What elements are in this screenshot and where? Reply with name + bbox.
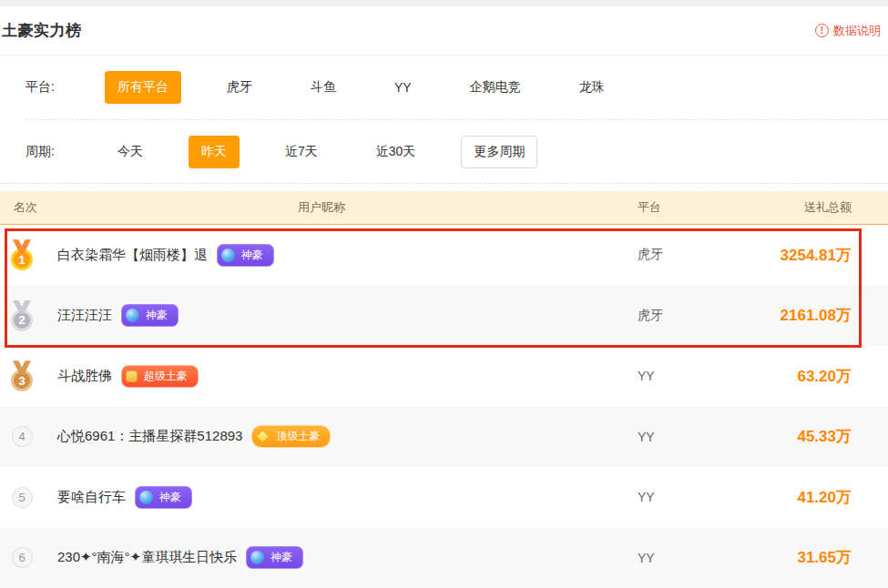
rank-number: 6 <box>12 547 33 568</box>
filter-options: 今天昨天近7天近30天更多周期 <box>105 136 537 168</box>
user-badge: 神豪 <box>246 546 303 569</box>
filter-option[interactable]: 虎牙 <box>214 71 265 104</box>
rank-cell: 6 <box>0 547 44 568</box>
user-badge: 神豪 <box>135 486 192 509</box>
user-badge: 顶级土豪 <box>251 425 331 448</box>
filter-option[interactable]: 更多周期 <box>461 136 537 168</box>
page-top-strip <box>0 0 888 6</box>
user-cell: 斗战胜佛 超级土豪 <box>44 365 599 388</box>
username: 白衣染霜华【烟雨楼】退 <box>57 247 208 264</box>
header-platform: 平台 <box>599 199 718 216</box>
badge-label: 神豪 <box>241 248 263 263</box>
rank-number: 5 <box>12 487 33 508</box>
rank-number: 4 <box>12 426 33 447</box>
header-rank: 名次 <box>0 199 44 216</box>
rank-cell: 1 <box>0 239 44 270</box>
gold-brick-icon <box>126 370 138 382</box>
filter-option[interactable]: 所有平台 <box>105 71 181 104</box>
user-cell: 心悦6961：主播星探群512893 顶级土豪 <box>44 425 599 448</box>
gift-amount: 31.65万 <box>718 547 888 568</box>
badge-label: 顶级土豪 <box>276 429 320 444</box>
filter-option[interactable]: 昨天 <box>189 136 240 168</box>
badge-label: 神豪 <box>146 308 168 323</box>
page-title: 土豪实力榜 <box>2 20 82 41</box>
gem-icon <box>221 248 235 262</box>
rank-cell: 3 <box>0 360 44 391</box>
table-header-row: 名次 用户昵称 平台 送礼总额 <box>0 191 888 225</box>
filter-option[interactable]: 龙珠 <box>566 71 618 104</box>
platform: YY <box>599 430 718 444</box>
username: 要啥自行车 <box>57 489 126 506</box>
badge-label: 神豪 <box>159 490 181 505</box>
rank-medal-icon: 2 <box>7 300 36 331</box>
data-note-link[interactable]: ! 数据说明 <box>815 23 881 39</box>
gift-amount: 2161.08万 <box>718 305 888 326</box>
user-cell: 白衣染霜华【烟雨楼】退 神豪 <box>44 244 599 267</box>
rank-cell: 2 <box>0 300 44 331</box>
leaderboard-table: 名次 用户昵称 平台 送礼总额 1 白衣染霜华【烟雨楼】退 神豪 虎牙 3254… <box>0 191 888 588</box>
gift-amount: 45.33万 <box>718 426 888 447</box>
platform: YY <box>599 369 718 383</box>
user-badge: 超级土豪 <box>121 365 199 388</box>
user-badge: 神豪 <box>217 244 274 267</box>
user-cell: 汪汪汪汪 神豪 <box>44 304 599 327</box>
filter-option[interactable]: 今天 <box>105 136 156 168</box>
filter-row: 平台: 所有平台虎牙斗鱼YY企鹅电竞龙珠 <box>26 56 888 119</box>
gift-amount: 63.20万 <box>718 366 888 387</box>
platform: YY <box>599 551 718 565</box>
tycoon-leaderboard-page: 土豪实力榜 ! 数据说明 平台: 所有平台虎牙斗鱼YY企鹅电竞龙珠 周期: 今天… <box>0 0 888 588</box>
username: 230✦°南海°✦童琪琪生日快乐 <box>57 549 237 566</box>
info-icon: ! <box>815 24 829 37</box>
platform: 虎牙 <box>599 308 718 324</box>
gift-amount: 3254.81万 <box>718 245 888 266</box>
user-cell: 要啥自行车 神豪 <box>44 486 599 509</box>
user-badge: 神豪 <box>121 304 179 327</box>
filter-row: 周期: 今天昨天近7天近30天更多周期 <box>26 119 888 183</box>
filter-option[interactable]: 近30天 <box>363 136 429 168</box>
filter-label: 平台: <box>26 79 80 96</box>
platform: YY <box>599 490 718 504</box>
badge-label: 超级土豪 <box>144 369 188 384</box>
filter-section: 平台: 所有平台虎牙斗鱼YY企鹅电竞龙珠 周期: 今天昨天近7天近30天更多周期 <box>0 56 888 184</box>
rank-medal-icon: 3 <box>7 360 36 391</box>
filter-label: 周期: <box>26 144 80 160</box>
gem-icon <box>250 551 264 564</box>
table-row: 1 白衣染霜华【烟雨楼】退 神豪 虎牙 3254.81万 <box>0 225 888 286</box>
table-row: 2 汪汪汪汪 神豪 虎牙 2161.08万 <box>0 286 888 347</box>
rank-cell: 5 <box>0 487 44 508</box>
table-row: 5 要啥自行车 神豪 YY 41.20万 <box>0 467 888 528</box>
platform: 虎牙 <box>599 247 718 263</box>
gem-icon <box>126 309 139 322</box>
filter-option[interactable]: 斗鱼 <box>298 71 349 104</box>
diamond-icon <box>256 430 270 444</box>
username: 汪汪汪汪 <box>57 307 112 324</box>
filter-option[interactable]: YY <box>382 72 424 103</box>
user-cell: 230✦°南海°✦童琪琪生日快乐 神豪 <box>44 546 599 569</box>
table-body: 1 白衣染霜华【烟雨楼】退 神豪 虎牙 3254.81万 2 汪汪汪汪 神豪 <box>0 225 888 588</box>
header-amount: 送礼总额 <box>718 199 888 216</box>
data-note-label: 数据说明 <box>833 23 881 39</box>
page-header: 土豪实力榜 ! 数据说明 <box>0 6 888 56</box>
table-row: 3 斗战胜佛 超级土豪 YY 63.20万 <box>0 346 888 407</box>
table-row: 4 心悦6961：主播星探群512893 顶级土豪 YY 45.33万 <box>0 407 888 468</box>
badge-label: 神豪 <box>270 550 292 565</box>
rank-cell: 4 <box>0 426 44 447</box>
filter-option[interactable]: 企鹅电竞 <box>457 71 534 104</box>
filter-option[interactable]: 近7天 <box>272 136 331 168</box>
gem-icon <box>139 491 153 504</box>
username: 斗战胜佛 <box>57 368 112 385</box>
filter-options: 所有平台虎牙斗鱼YY企鹅电竞龙珠 <box>105 71 650 104</box>
table-row: 6 230✦°南海°✦童琪琪生日快乐 神豪 YY 31.65万 <box>0 528 888 588</box>
gift-amount: 41.20万 <box>718 487 888 508</box>
username: 心悦6961：主播星探群512893 <box>57 428 242 445</box>
header-username: 用户昵称 <box>44 199 599 216</box>
rank-medal-icon: 1 <box>7 239 36 270</box>
